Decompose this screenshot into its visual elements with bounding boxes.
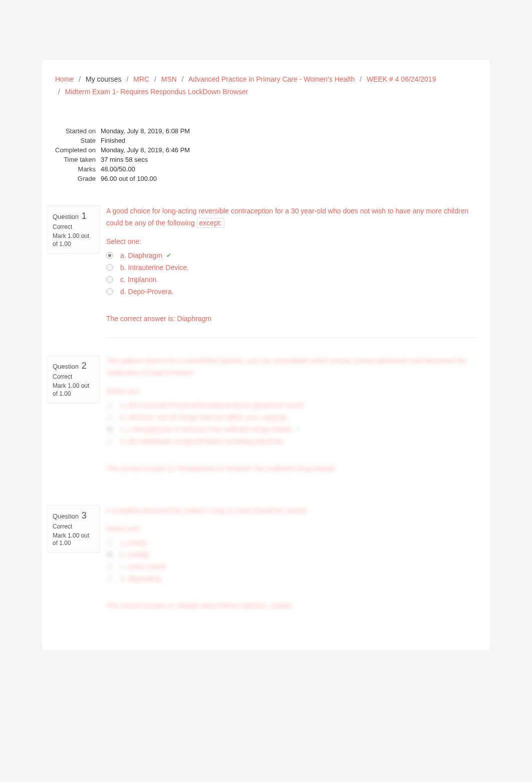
answer-option-c[interactable]: c. a Receptionist or whoever has suffici… [106, 423, 477, 435]
correct-answer-feedback: The correct answer is: weekly when befor… [106, 602, 477, 625]
question-content-blurred: This patient returns for a scheduled inj… [106, 355, 477, 488]
breadcrumb-exam[interactable]: Midterm Exam 1- Requires Respondus LockD… [65, 88, 248, 96]
summary-started-label: Started on [55, 126, 101, 136]
answer-option-a[interactable]: a. yearly [106, 537, 477, 549]
question-1: Question 1 Correct Mark 1.00 out of 1.00… [42, 193, 490, 343]
correct-answer-feedback: The correct answer is: Diaphragm [106, 315, 477, 338]
answer-option-a[interactable]: a. Diaphragm ✔ [106, 249, 477, 262]
radio-icon[interactable] [106, 276, 113, 283]
answer-option-c[interactable]: c. Implanon. [106, 274, 477, 286]
breadcrumb-course[interactable]: Advanced Practice in Primary Care - Wome… [188, 75, 355, 83]
check-icon: ✔ [166, 252, 171, 259]
answer-option-a[interactable]: a. the Licensed Practical/Vocational Nur… [106, 399, 477, 411]
answer-label: b. weekly [120, 551, 149, 559]
question-state: Correct [53, 373, 95, 380]
summary-time-value: 37 mins 58 secs [101, 155, 190, 164]
breadcrumb: Home / My courses / MRC / MSN / Advanced… [42, 60, 490, 102]
summary-grade-label: Grade [55, 174, 101, 183]
radio-icon[interactable] [106, 252, 113, 259]
radio-icon[interactable] [106, 563, 113, 570]
breadcrumb-sep: / [182, 75, 184, 83]
breadcrumb-home[interactable]: Home [55, 75, 74, 83]
answer-label: b. Intrauterine Device. [120, 264, 189, 272]
summary-state-label: State [55, 136, 101, 145]
breadcrumb-mycourses: My courses [86, 75, 122, 83]
breadcrumb-sep: / [58, 88, 60, 96]
question-text-before: A complete physical that makes it easy t… [106, 506, 308, 514]
question-content-blurred: A complete physical that makes it easy t… [106, 505, 477, 626]
answer-option-d[interactable]: d. Depo-Provera. [106, 286, 477, 298]
question-text: A good choice for long-acting reversible… [106, 205, 477, 229]
grade-suffix: out of 100.00 [117, 175, 157, 182]
radio-icon[interactable] [106, 575, 113, 582]
answer-option-b[interactable]: b. Intrauterine Device. [106, 262, 477, 274]
answer-list: a. the Licensed Practical/Vocational Nur… [106, 399, 477, 447]
answer-option-d[interactable]: d. depending [106, 573, 477, 585]
answer-label: c. a Receptionist or whoever has suffici… [120, 425, 291, 433]
breadcrumb-msn[interactable]: MSN [161, 75, 177, 83]
radio-icon[interactable] [106, 402, 113, 409]
question-number: 2 [82, 361, 87, 371]
summary-completed-label: Completed on [55, 145, 101, 155]
check-icon: ✔ [295, 426, 300, 433]
answer-label: a. yearly [120, 539, 147, 547]
summary-marks-value: 48.00/50.00 [101, 164, 190, 174]
answer-list: a. Diaphragm ✔ b. Intrauterine Device. c… [106, 249, 477, 298]
answer-option-b[interactable]: b. whoever can do things that are within… [106, 411, 477, 423]
question-mark: Mark 1.00 out of 1.00 [53, 532, 95, 548]
radio-icon[interactable] [106, 551, 113, 558]
radio-icon[interactable] [106, 264, 113, 271]
radio-icon[interactable] [106, 438, 113, 445]
answer-label: c. every month [120, 563, 166, 571]
answer-label: d. depending [120, 575, 161, 583]
answer-label: d. Depo-Provera. [120, 288, 174, 296]
breadcrumb-sep: / [154, 75, 156, 83]
question-info: Question 1 Correct Mark 1.00 out of 1.00 [47, 205, 100, 253]
attempt-summary: Started on Monday, July 8, 2019, 6:08 PM… [42, 126, 490, 193]
question-except-box: except: [197, 218, 224, 228]
summary-time-label: Time taken [55, 155, 101, 164]
answer-option-c[interactable]: c. every month [106, 561, 477, 573]
question-text-before: This patient returns for a scheduled inj… [106, 357, 467, 377]
breadcrumb-sep: / [79, 75, 81, 83]
radio-icon[interactable] [106, 426, 113, 433]
question-number: 3 [82, 510, 87, 520]
answer-label: c. Implanon. [120, 276, 158, 284]
question-mark: Mark 1.00 out of 1.00 [53, 382, 95, 398]
question-info: Question 3 Correct Mark 1.00 out of 1.00 [47, 505, 100, 553]
select-one-prompt: Select one: [106, 237, 477, 245]
question-mark: Mark 1.00 out of 1.00 [53, 232, 95, 248]
question-info: Question 2 Correct Mark 1.00 out of 1.00 [47, 355, 100, 403]
answer-option-d[interactable]: d. the individuals assigned labels inclu… [106, 435, 477, 447]
question-label: Question [53, 512, 79, 520]
question-state: Correct [53, 523, 95, 530]
answer-label: b. whoever can do things that are within… [120, 413, 289, 421]
answer-label: d. the individuals assigned labels inclu… [120, 437, 286, 445]
answer-list: a. yearly b. weekly c. every month d. de… [106, 537, 477, 585]
summary-grade-value: 96.00 out of 100.00 [101, 174, 190, 183]
radio-icon[interactable] [106, 414, 113, 421]
answer-label: a. the Licensed Practical/Vocational Nur… [120, 401, 306, 409]
question-state: Correct [53, 223, 95, 230]
summary-started-value: Monday, July 8, 2019, 6:08 PM [101, 126, 190, 136]
correct-answer-feedback: The correct answer is: Receptionist or w… [106, 464, 477, 488]
select-one-prompt: Select one: [106, 387, 477, 395]
answer-label: a. Diaphragm [120, 251, 162, 259]
question-label: Question [53, 213, 79, 220]
question-3: Question 3 Correct Mark 1.00 out of 1.00… [42, 493, 490, 631]
breadcrumb-week[interactable]: WEEK # 4 06/24/2019 [367, 75, 436, 83]
page-container: Home / My courses / MRC / MSN / Advanced… [42, 60, 490, 650]
breadcrumb-sep: / [360, 75, 362, 83]
radio-icon[interactable] [106, 539, 113, 546]
answer-option-b[interactable]: b. weekly [106, 549, 477, 561]
summary-marks-label: Marks [55, 164, 101, 174]
question-text-before: A good choice for long-acting reversible… [106, 207, 468, 227]
radio-icon[interactable] [106, 288, 113, 295]
breadcrumb-sep: / [127, 75, 129, 83]
question-number: 1 [82, 211, 87, 221]
question-text: This patient returns for a scheduled inj… [106, 355, 477, 379]
summary-completed-value: Monday, July 8, 2019, 6:46 PM [101, 145, 190, 155]
question-2: Question 2 Correct Mark 1.00 out of 1.00… [42, 343, 490, 493]
breadcrumb-mrc[interactable]: MRC [133, 75, 149, 83]
question-label: Question [53, 363, 79, 370]
